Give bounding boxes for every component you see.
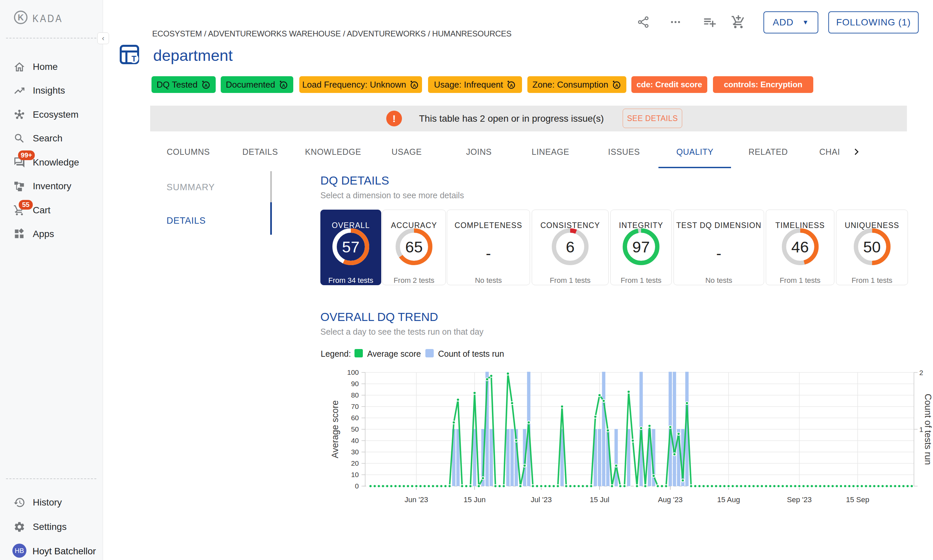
svg-text:1: 1 [919,426,923,433]
svg-text:T: T [131,54,136,63]
svg-text:15 Sep: 15 Sep [846,495,870,504]
svg-text:Sep '23: Sep '23 [787,495,811,504]
svg-text:15 Jun: 15 Jun [463,495,486,504]
svg-text:100: 100 [347,368,359,376]
svg-text:20: 20 [351,459,359,467]
svg-text:60: 60 [351,414,359,422]
svg-text:Aug '23: Aug '23 [658,495,682,504]
svg-text:10: 10 [351,471,359,478]
svg-text:15 Aug: 15 Aug [717,495,740,504]
svg-text:Count of tests run: Count of tests run [923,394,933,465]
svg-text:90: 90 [351,380,359,388]
svg-text:50: 50 [351,425,359,433]
svg-text:15 Jul: 15 Jul [590,495,609,504]
svg-text:Jul '23: Jul '23 [531,495,552,504]
svg-text:40: 40 [351,437,359,444]
svg-text:A: A [282,83,285,88]
svg-text:K: K [18,13,24,22]
svg-text:70: 70 [351,403,359,410]
svg-text:A: A [510,83,513,88]
svg-text:A: A [615,83,618,88]
svg-text:0: 0 [355,482,359,490]
svg-text:Jun '23: Jun '23 [405,495,428,504]
svg-text:A: A [204,83,208,88]
svg-text:A: A [413,83,416,88]
svg-text:80: 80 [351,391,359,399]
svg-text:2: 2 [919,369,923,377]
svg-text:30: 30 [351,448,359,456]
svg-text:Average score: Average score [330,400,340,458]
